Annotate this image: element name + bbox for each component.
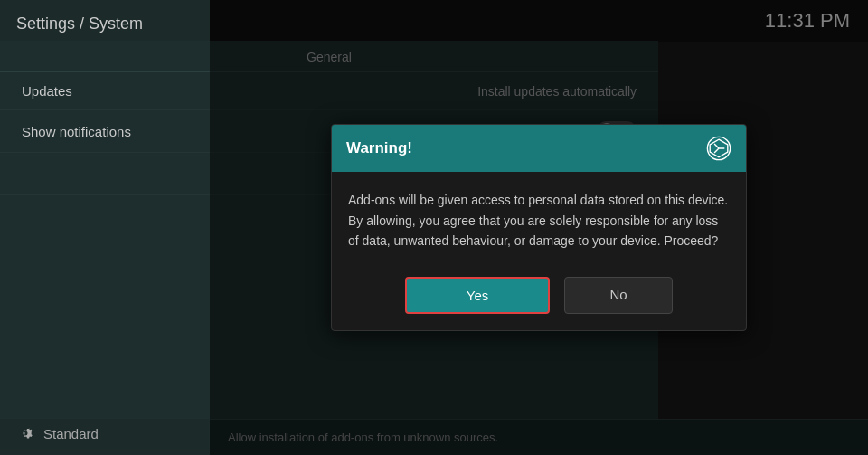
dialog-header: Warning! <box>332 125 746 172</box>
dialog-body: Add-ons will be given access to personal… <box>332 172 746 265</box>
show-notifications-label: Show notifications <box>22 124 131 139</box>
sidebar-footer-label: Standard <box>43 426 99 441</box>
no-button[interactable]: No <box>564 277 673 314</box>
dialog-overlay: Warning! Add-ons will be given access to… <box>210 0 868 455</box>
dialog-title: Warning! <box>346 139 412 157</box>
dialog-buttons: Yes No <box>332 266 746 330</box>
gear-icon <box>16 424 34 442</box>
updates-label: Updates <box>22 83 72 99</box>
svg-line-3 <box>714 148 719 153</box>
kodi-icon <box>706 136 731 161</box>
svg-line-2 <box>714 145 719 149</box>
warning-dialog: Warning! Add-ons will be given access to… <box>331 124 747 330</box>
yes-button[interactable]: Yes <box>405 277 550 314</box>
